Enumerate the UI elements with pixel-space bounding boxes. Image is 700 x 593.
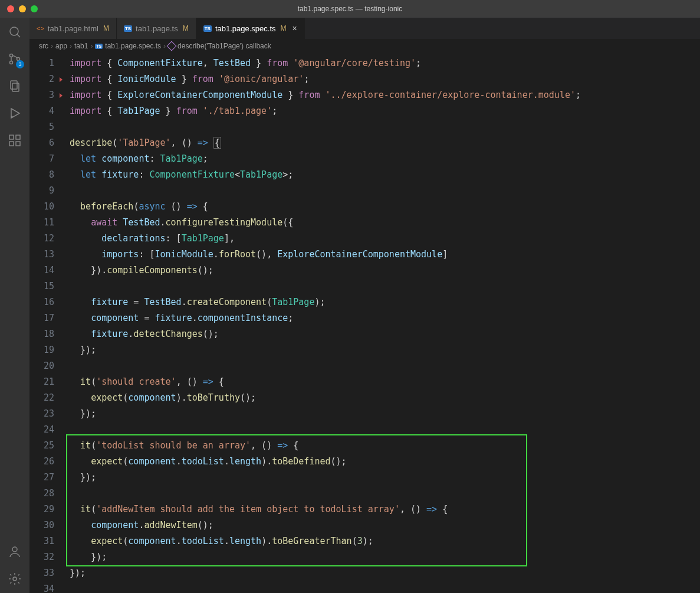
line-number: 11: [29, 215, 54, 231]
editor-area: <>tab1.page.htmlMTStab1.page.tsMTStab1.p…: [29, 18, 700, 593]
line-number: 20: [29, 358, 54, 374]
line-number: 27: [29, 470, 54, 486]
svg-rect-9: [9, 135, 14, 139]
svg-rect-5: [11, 81, 17, 89]
window-title: tab1.page.spec.ts — testing-ionic: [298, 5, 402, 13]
line-number: 21: [29, 374, 54, 390]
line-number: 18: [29, 326, 54, 342]
modified-indicator: M: [281, 24, 287, 32]
line-number: 19: [29, 342, 54, 358]
line-number: 8: [29, 167, 54, 183]
code-line[interactable]: [70, 183, 700, 199]
window-controls: [0, 5, 38, 12]
line-number: 22: [29, 390, 54, 406]
minimize-window-button[interactable]: [19, 5, 26, 12]
method-icon: [167, 41, 177, 51]
svg-rect-6: [12, 83, 19, 91]
svg-rect-11: [16, 142, 20, 146]
code-line[interactable]: await TestBed.configureTestingModule({: [70, 215, 700, 231]
close-window-button[interactable]: [7, 5, 14, 12]
line-number: 23: [29, 406, 54, 422]
code-line[interactable]: [70, 279, 700, 294]
code-content[interactable]: import { ComponentFixture, TestBed } fro…: [65, 53, 700, 593]
source-control-icon[interactable]: 3: [6, 51, 23, 67]
code-line[interactable]: });: [70, 549, 700, 565]
code-line[interactable]: import { ComponentFixture, TestBed } fro…: [70, 55, 700, 71]
settings-icon[interactable]: [6, 571, 23, 587]
code-line[interactable]: [70, 581, 700, 593]
code-line[interactable]: component = fixture.componentInstance;: [70, 310, 700, 326]
line-number: 26: [29, 454, 54, 470]
explorer-icon[interactable]: [6, 78, 23, 94]
breadcrumb-segment[interactable]: src: [39, 42, 48, 50]
breadcrumb-segment[interactable]: tab1.page.spec.ts: [105, 42, 161, 50]
code-line[interactable]: it('should create', () => {: [70, 374, 700, 390]
code-line[interactable]: });: [70, 470, 700, 486]
line-number: 5: [29, 119, 54, 135]
svg-point-14: [13, 577, 17, 581]
code-line[interactable]: expect(component).toBeTruthy();: [70, 390, 700, 406]
close-tab-icon[interactable]: ×: [293, 24, 297, 33]
breadcrumb-segment[interactable]: app: [55, 42, 67, 50]
modified-indicator: M: [103, 24, 109, 32]
accounts-icon[interactable]: [6, 543, 23, 560]
code-line[interactable]: imports: [IonicModule.forRoot(), Explore…: [70, 247, 700, 263]
ts-file-icon: TS: [95, 44, 103, 49]
line-number: 33: [29, 565, 54, 581]
tab-label: tab1.page.spec.ts: [215, 24, 276, 33]
svg-point-3: [10, 61, 13, 64]
code-line[interactable]: describe('Tab1Page', () => {: [70, 135, 700, 151]
ts-file-icon: TS: [203, 25, 212, 32]
modified-indicator: M: [183, 24, 189, 32]
breadcrumb-segment[interactable]: describe('Tab1Page') callback: [178, 42, 271, 50]
run-debug-icon[interactable]: [6, 105, 23, 122]
svg-point-13: [12, 547, 17, 552]
extensions-icon[interactable]: [6, 132, 23, 149]
code-line[interactable]: [70, 422, 700, 438]
line-number: 28: [29, 486, 54, 502]
code-line[interactable]: [70, 358, 700, 374]
code-line[interactable]: });: [70, 565, 700, 581]
code-line[interactable]: component.addNewItem();: [70, 517, 700, 533]
ts-file-icon: TS: [124, 25, 132, 32]
code-line[interactable]: [70, 119, 700, 135]
code-line[interactable]: });: [70, 342, 700, 358]
code-line[interactable]: it('addNewItem should add the item objec…: [70, 502, 700, 517]
line-number: 7: [29, 151, 54, 167]
code-editor[interactable]: 1234567891011121314151617181920212223242…: [29, 53, 700, 593]
tab-tab1-page-html[interactable]: <>tab1.page.htmlM: [29, 18, 117, 39]
tab-tab1-page-spec-ts[interactable]: TStab1.page.spec.tsM×: [196, 18, 305, 39]
code-line[interactable]: [70, 486, 700, 502]
line-number: 2: [29, 71, 54, 87]
breadcrumbs[interactable]: src›app›tab1›TStab1.page.spec.ts› descri…: [29, 39, 700, 53]
svg-rect-12: [16, 135, 20, 139]
code-line[interactable]: import { IonicModule } from '@ionic/angu…: [70, 71, 700, 87]
code-line[interactable]: fixture.detectChanges();: [70, 326, 700, 342]
code-line[interactable]: import { ExploreContainerComponentModule…: [70, 87, 700, 103]
line-number: 30: [29, 517, 54, 533]
tab-tab1-page-ts[interactable]: TStab1.page.tsM: [117, 18, 196, 39]
line-number: 32: [29, 549, 54, 565]
code-line[interactable]: it('todoList should be an array', () => …: [70, 438, 700, 454]
code-line[interactable]: let fixture: ComponentFixture<Tab1Page>;: [70, 167, 700, 183]
code-line[interactable]: expect(component.todoList.length).toBeDe…: [70, 454, 700, 470]
breadcrumb-separator-icon: ›: [90, 42, 93, 50]
search-icon[interactable]: [6, 24, 23, 40]
maximize-window-button[interactable]: [31, 5, 38, 12]
code-line[interactable]: fixture = TestBed.createComponent(Tab1Pa…: [70, 294, 700, 310]
line-number: 13: [29, 247, 54, 263]
line-number: 34: [29, 581, 54, 593]
code-line[interactable]: let component: Tab1Page;: [70, 151, 700, 167]
code-line[interactable]: import { Tab1Page } from './tab1.page';: [70, 103, 700, 119]
tabs-bar: <>tab1.page.htmlMTStab1.page.tsMTStab1.p…: [29, 18, 700, 39]
code-line[interactable]: beforeEach(async () => {: [70, 199, 700, 215]
svg-point-0: [10, 27, 18, 35]
breadcrumb-segment[interactable]: tab1: [74, 42, 88, 50]
code-line[interactable]: });: [70, 406, 700, 422]
line-number: 17: [29, 310, 54, 326]
code-line[interactable]: }).compileComponents();: [70, 263, 700, 279]
line-number: 4: [29, 103, 54, 119]
breadcrumb-separator-icon: ›: [163, 42, 166, 50]
code-line[interactable]: declarations: [Tab1Page],: [70, 231, 700, 247]
code-line[interactable]: expect(component.todoList.length).toBeGr…: [70, 533, 700, 549]
